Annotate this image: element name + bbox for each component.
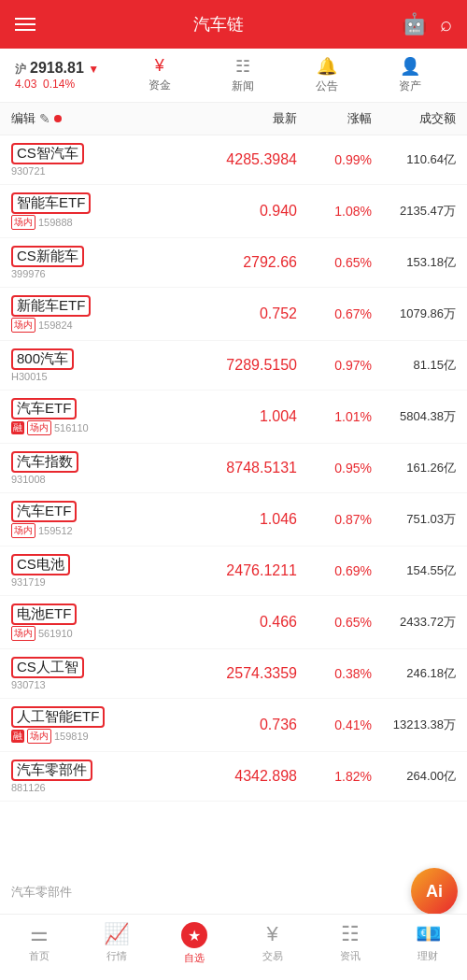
market-index: 沪2918.81 ▼ <box>15 60 118 78</box>
stock-price: 2574.3359 <box>114 665 297 682</box>
stock-row[interactable]: 人工智能ETF 融场内159819 0.736 0.41% 13213.38万 <box>0 699 467 751</box>
stock-group-car-index: 汽车指数 931008 8748.5131 0.95% 161.26亿 <box>0 444 467 493</box>
stock-price: 4342.898 <box>114 768 297 785</box>
stock-change: 0.65% <box>297 255 372 270</box>
stock-group-car-etf-516: 汽车ETF 融场内516110 1.004 1.01% 5804.38万 <box>0 391 467 444</box>
table-header: 编辑 ✎ 最新 涨幅 成交额 <box>0 103 467 135</box>
tag-inner: 场内 <box>27 729 51 744</box>
stock-name: 汽车零部件 <box>11 760 92 781</box>
stock-group-ai-etf: 人工智能ETF 融场内159819 0.736 0.41% 13213.38万 <box>0 699 467 752</box>
stock-volume: 81.15亿 <box>372 357 456 374</box>
nav-info[interactable]: ☷ 资讯 <box>322 922 378 965</box>
stock-price: 0.736 <box>114 717 297 733</box>
stock-name-wrap: CS新能车 399976 <box>11 246 114 279</box>
stock-code: H30015 <box>11 371 114 382</box>
stock-row[interactable]: 800汽车 H30015 7289.5150 0.97% 81.15亿 <box>0 341 467 390</box>
stock-change: 0.87% <box>297 512 372 527</box>
nav-finance[interactable]: 💶 理财 <box>400 922 456 965</box>
nav-home[interactable]: ⚌ 首页 <box>11 922 67 965</box>
stock-name-wrap: 智能车ETF 场内159888 <box>11 192 114 230</box>
info-label: 资讯 <box>340 949 361 963</box>
stock-group-cs-smart-car: CS智汽车 930721 4285.3984 0.99% 110.64亿 <box>0 135 467 185</box>
watchlist-label: 自选 <box>184 951 205 965</box>
nav-notice[interactable]: 🔔 公告 <box>316 56 338 94</box>
stock-name-wrap: 汽车零部件 881126 <box>11 760 114 793</box>
market-arrow: ▼ <box>88 63 99 76</box>
stock-row[interactable]: CS新能车 399976 2792.66 0.65% 153.18亿 <box>0 238 467 287</box>
stock-name: CS新能车 <box>11 246 84 267</box>
stock-volume: 153.18亿 <box>372 254 456 271</box>
stock-volume: 13213.38万 <box>372 717 456 733</box>
bot-icon[interactable]: 🤖 <box>402 12 427 36</box>
stock-group-cs-ai: CS人工智 930713 2574.3359 0.38% 246.18亿 <box>0 649 467 699</box>
status-bar: 沪2918.81 ▼ 4.03 0.14% ¥ 资金 ☷ 新闻 🔔 公告 👤 资… <box>0 49 467 103</box>
nav-funds[interactable]: ¥ 资金 <box>149 56 171 94</box>
stock-name: 汽车指数 <box>11 451 78 473</box>
stock-code: 930721 <box>11 165 114 177</box>
ai-badge[interactable]: Ai <box>411 868 458 915</box>
stock-name-wrap: 人工智能ETF 融场内159819 <box>11 706 114 744</box>
market-icon: 📈 <box>104 922 129 946</box>
stock-name: 800汽车 <box>11 348 74 370</box>
home-label: 首页 <box>29 949 50 963</box>
stock-change: 0.38% <box>297 666 372 681</box>
notification-dot <box>54 115 62 122</box>
stock-price: 4285.3984 <box>114 151 297 168</box>
stock-row[interactable]: 汽车零部件 881126 4342.898 1.82% 264.00亿 <box>0 752 467 801</box>
nav-assets[interactable]: 👤 资产 <box>399 56 421 94</box>
stock-name: CS人工智 <box>11 657 84 678</box>
news-label: 新闻 <box>232 78 254 94</box>
stock-change: 1.01% <box>297 409 372 424</box>
stock-change: 0.95% <box>297 461 372 476</box>
info-icon: ☷ <box>341 922 360 946</box>
col-volume-header: 成交额 <box>372 110 456 127</box>
stock-code: 场内159824 <box>11 318 114 333</box>
stock-volume: 2433.72万 <box>372 614 456 631</box>
stock-row[interactable]: CS智汽车 930721 4285.3984 0.99% 110.64亿 <box>0 135 467 184</box>
stock-row[interactable]: CS人工智 930713 2574.3359 0.38% 246.18亿 <box>0 649 467 698</box>
stock-name: CS电池 <box>11 554 70 575</box>
stock-change: 0.69% <box>297 563 372 578</box>
stock-group-car-parts: 汽车零部件 881126 4342.898 1.82% 264.00亿 <box>0 752 467 802</box>
stock-change: 1.82% <box>297 769 372 784</box>
assets-icon: 👤 <box>400 56 420 77</box>
stock-code: 融场内159819 <box>11 729 114 744</box>
stock-row[interactable]: 汽车ETF 融场内516110 1.004 1.01% 5804.38万 <box>0 391 467 443</box>
stock-group-battery-etf: 电池ETF 场内561910 0.466 0.65% 2433.72万 <box>0 596 467 649</box>
stock-code: 930713 <box>11 679 114 690</box>
stock-row[interactable]: 智能车ETF 场内159888 0.940 1.08% 2135.47万 <box>0 185 467 237</box>
edit-icon[interactable]: ✎ <box>39 111 50 126</box>
stock-price: 1.004 <box>114 408 297 425</box>
menu-button[interactable] <box>15 18 35 31</box>
stock-volume: 161.26亿 <box>372 460 456 476</box>
notice-label: 公告 <box>316 78 338 94</box>
stock-name-wrap: 汽车指数 931008 <box>11 451 114 485</box>
stock-row[interactable]: 汽车指数 931008 8748.5131 0.95% 161.26亿 <box>0 444 467 492</box>
nav-trade[interactable]: ¥ 交易 <box>245 922 301 965</box>
stock-volume: 751.03万 <box>372 511 456 528</box>
header-icons: 🤖 ⌕ <box>402 12 452 36</box>
stock-name-wrap: 800汽车 H30015 <box>11 348 114 382</box>
nav-news[interactable]: ☷ 新闻 <box>232 56 254 94</box>
stock-name: 汽车ETF <box>11 398 77 419</box>
stock-volume: 154.55亿 <box>372 562 456 579</box>
stock-row[interactable]: 汽车ETF 场内159512 1.046 0.87% 751.03万 <box>0 493 467 546</box>
stock-code: 881126 <box>11 782 114 793</box>
stock-volume: 1079.86万 <box>372 305 456 322</box>
stock-volume: 246.18亿 <box>372 665 456 682</box>
stock-group-800-car: 800汽车 H30015 7289.5150 0.97% 81.15亿 <box>0 341 467 391</box>
tag-rong: 融 <box>11 730 24 743</box>
stock-name-wrap: 电池ETF 场内561910 <box>11 604 114 641</box>
nav-market[interactable]: 📈 行情 <box>89 922 145 965</box>
stock-code: 融场内516110 <box>11 420 114 435</box>
stock-row[interactable]: CS电池 931719 2476.1211 0.69% 154.55亿 <box>0 547 467 595</box>
tag-inner: 场内 <box>11 626 35 641</box>
finance-icon: 💶 <box>416 922 441 946</box>
stock-change: 0.65% <box>297 615 372 630</box>
search-icon[interactable]: ⌕ <box>440 12 452 36</box>
stock-change: 1.08% <box>297 204 372 219</box>
stock-row[interactable]: 电池ETF 场内561910 0.466 0.65% 2433.72万 <box>0 596 467 648</box>
nav-watchlist[interactable]: ★ 自选 <box>166 922 222 965</box>
col-price-header: 最新 <box>114 110 297 127</box>
stock-row[interactable]: 新能车ETF 场内159824 0.752 0.67% 1079.86万 <box>0 288 467 340</box>
